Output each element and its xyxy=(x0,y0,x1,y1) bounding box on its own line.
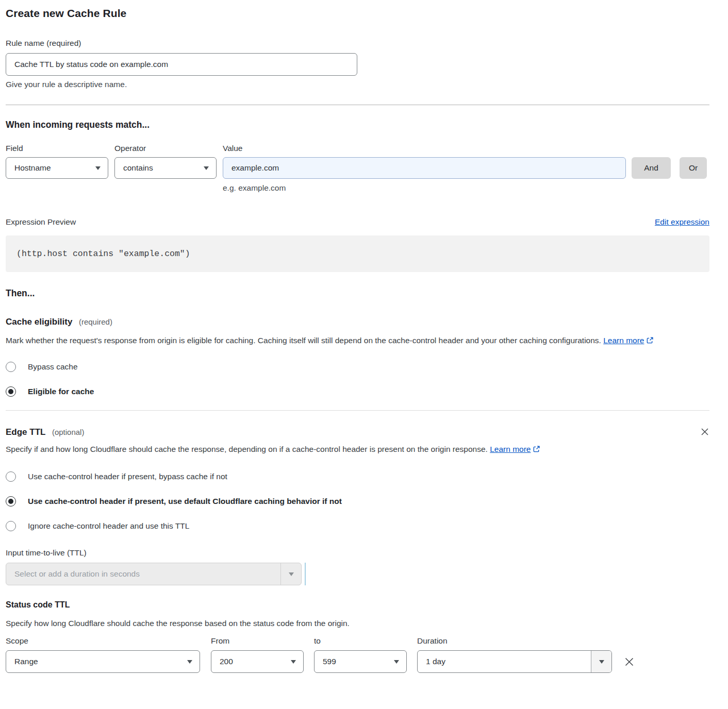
duration-label: Duration xyxy=(417,636,448,646)
radio-button-icon[interactable] xyxy=(6,362,16,372)
external-link-icon xyxy=(533,445,540,453)
chevron-down-icon xyxy=(394,660,399,664)
to-label: to xyxy=(314,636,407,646)
section-divider xyxy=(6,410,709,411)
dropdown-arrow-button[interactable] xyxy=(591,651,611,672)
dropdown-arrow-button[interactable] xyxy=(280,563,301,585)
chevron-down-icon xyxy=(599,660,604,664)
chevron-down-icon xyxy=(187,660,192,664)
cache-eligibility-description: Mark whether the request's response from… xyxy=(6,333,699,348)
operator-select[interactable]: contains xyxy=(114,157,217,179)
scope-select[interactable]: Range xyxy=(6,650,200,673)
required-tag: (required) xyxy=(79,317,112,326)
edge-ttl-heading: Edge TTL xyxy=(6,427,45,437)
chevron-down-icon xyxy=(95,166,101,170)
radio-button-selected-icon[interactable] xyxy=(6,386,16,397)
close-icon[interactable] xyxy=(700,427,709,436)
radio-button-icon[interactable] xyxy=(6,521,16,531)
or-button[interactable]: Or xyxy=(680,157,707,179)
external-link-icon xyxy=(646,336,654,344)
radio-use-header-bypass[interactable]: Use cache-control header if present, byp… xyxy=(6,471,709,482)
then-heading: Then... xyxy=(6,288,709,299)
radio-eligible-for-cache[interactable]: Eligible for cache xyxy=(6,386,709,397)
match-heading: When incoming requests match... xyxy=(6,120,709,130)
chevron-down-icon xyxy=(289,572,294,576)
rule-name-input[interactable] xyxy=(6,53,357,76)
optional-tag: (optional) xyxy=(52,428,85,436)
cache-eligibility-heading: Cache eligibility xyxy=(6,317,72,327)
expression-code: (http.host contains "example.com") xyxy=(6,235,709,272)
rule-name-help: Give your rule a descriptive name. xyxy=(6,80,709,89)
chevron-down-icon xyxy=(204,166,209,170)
radio-ignore-header[interactable]: Ignore cache-control header and use this… xyxy=(6,521,709,531)
from-label: From xyxy=(211,636,304,646)
value-input[interactable] xyxy=(223,157,626,179)
chevron-down-icon xyxy=(291,660,296,664)
scope-label: Scope xyxy=(6,636,200,646)
field-select[interactable]: Hostname xyxy=(6,157,108,179)
radio-bypass-cache[interactable]: Bypass cache xyxy=(6,362,709,372)
edit-expression-link[interactable]: Edit expression xyxy=(655,217,709,227)
value-label: Value xyxy=(223,144,243,153)
operator-label: Operator xyxy=(114,144,223,153)
rule-name-label: Rule name (required) xyxy=(6,39,709,48)
expression-preview-label: Expression Preview xyxy=(6,217,76,227)
from-select[interactable]: 200 xyxy=(211,650,304,673)
edge-ttl-description: Specify if and how long Cloudflare shoul… xyxy=(6,442,573,457)
page-title: Create new Cache Rule xyxy=(6,7,709,20)
status-code-ttl-description: Specify how long Cloudflare should cache… xyxy=(6,616,709,631)
section-divider xyxy=(6,105,709,105)
text-cursor xyxy=(305,563,306,585)
duration-select[interactable]: 1 day xyxy=(417,650,612,673)
field-label: Field xyxy=(6,144,114,153)
status-code-ttl-heading: Status code TTL xyxy=(6,600,709,610)
remove-row-icon[interactable] xyxy=(624,656,635,667)
learn-more-link[interactable]: Learn more xyxy=(603,336,644,345)
value-help: e.g. example.com xyxy=(223,183,709,193)
radio-button-selected-icon[interactable] xyxy=(6,496,16,507)
create-cache-rule-form: Create new Cache Rule Rule name (require… xyxy=(0,0,728,673)
radio-button-icon[interactable] xyxy=(6,471,16,482)
to-select[interactable]: 599 xyxy=(314,650,407,673)
and-button[interactable]: And xyxy=(632,157,671,179)
ttl-input-label: Input time-to-live (TTL) xyxy=(6,548,709,558)
ttl-duration-select[interactable]: Select or add a duration in seconds xyxy=(6,563,302,585)
ttl-duration-placeholder: Select or add a duration in seconds xyxy=(6,563,280,585)
radio-use-header-default[interactable]: Use cache-control header if present, use… xyxy=(6,496,709,507)
learn-more-link[interactable]: Learn more xyxy=(490,445,531,453)
